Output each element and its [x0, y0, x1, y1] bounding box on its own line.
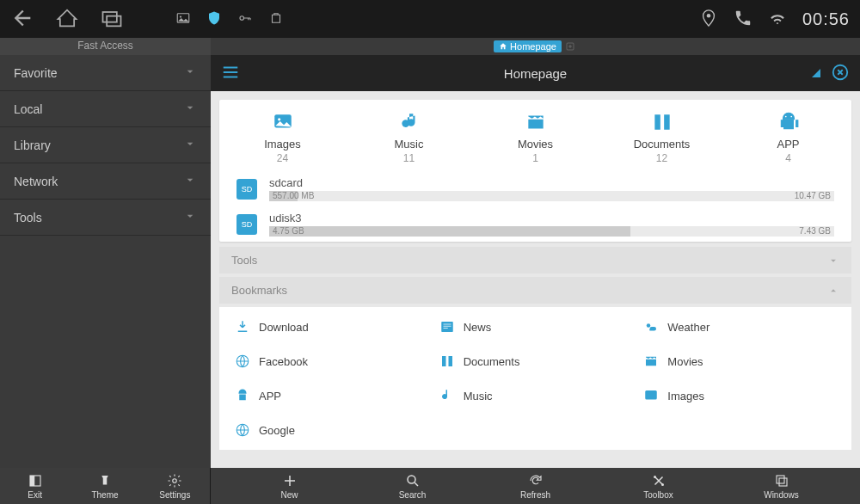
- svg-rect-0: [103, 12, 117, 22]
- svg-point-13: [647, 323, 651, 328]
- bookmark-download[interactable]: Download: [231, 316, 431, 338]
- close-icon[interactable]: [831, 63, 850, 84]
- category-movies[interactable]: Movies 1: [472, 110, 599, 164]
- wifi-icon: [768, 9, 787, 30]
- sidebar-header: Fast Access: [0, 38, 211, 55]
- bookmark-music[interactable]: Music: [436, 384, 636, 407]
- new-button[interactable]: New: [228, 468, 351, 504]
- storage-udisk3[interactable]: SD udisk3 4.75 GB 7.43 GB: [219, 206, 851, 242]
- bookmark-news[interactable]: News: [436, 316, 636, 338]
- globe-icon: [235, 422, 250, 438]
- back-icon[interactable]: [10, 6, 34, 33]
- news-icon: [439, 319, 455, 335]
- chevron-down-icon: [183, 137, 197, 153]
- recent-apps-icon[interactable]: [100, 6, 124, 33]
- phone-icon: [734, 9, 752, 30]
- settings-button[interactable]: Settings: [140, 468, 210, 504]
- svg-point-21: [654, 476, 656, 478]
- sidebar: Fast Access Favorite Local Library Netwo…: [0, 38, 211, 468]
- sidebar-item-network[interactable]: Network: [0, 163, 211, 200]
- documents-icon: [439, 353, 455, 369]
- weather-icon: [643, 319, 659, 335]
- images-icon: [643, 388, 659, 403]
- home-icon[interactable]: [55, 6, 79, 33]
- svg-rect-1: [107, 15, 120, 26]
- sidebar-item-tools[interactable]: Tools: [0, 200, 211, 236]
- theme-button[interactable]: Theme: [70, 468, 139, 504]
- svg-point-9: [278, 118, 280, 120]
- svg-point-20: [408, 476, 415, 483]
- new-tab-icon[interactable]: [565, 40, 577, 52]
- bag-icon: [268, 10, 284, 28]
- download-icon: [235, 319, 250, 335]
- chevron-up-icon: [827, 285, 839, 297]
- key-icon: [237, 10, 253, 28]
- page-title: Homepage: [504, 66, 567, 81]
- sidebar-item-library[interactable]: Library: [0, 127, 211, 163]
- storage-sdcard[interactable]: SD sdcard 557.00 MB 10.47 GB: [219, 171, 851, 206]
- globe-icon: [235, 353, 250, 369]
- svg-rect-12: [441, 322, 453, 332]
- status-bar: 00:56: [0, 0, 860, 38]
- bookmark-movies[interactable]: Movies: [640, 350, 839, 372]
- svg-rect-23: [777, 476, 784, 483]
- bookmark-facebook[interactable]: Facebook: [231, 350, 431, 372]
- svg-point-22: [661, 483, 664, 486]
- category-app[interactable]: APP 4: [725, 110, 851, 164]
- bookmark-images[interactable]: Images: [640, 384, 839, 407]
- clock-time: 00:56: [802, 9, 850, 29]
- sidebar-item-local[interactable]: Local: [0, 91, 211, 127]
- music-icon: [346, 110, 472, 134]
- svg-point-11: [790, 116, 792, 118]
- chevron-down-icon: [827, 255, 839, 267]
- android-icon: [725, 110, 851, 134]
- svg-point-3: [180, 15, 181, 17]
- picture-icon: [175, 10, 191, 28]
- content-header: Homepage: [211, 55, 860, 91]
- content-area: Homepage Homepage Images 24: [211, 38, 860, 468]
- documents-icon: [599, 110, 725, 134]
- chevron-down-icon: [183, 209, 197, 225]
- svg-rect-18: [30, 476, 34, 486]
- section-bookmarks[interactable]: Bookmarks: [219, 277, 851, 304]
- category-documents[interactable]: Documents 12: [599, 110, 725, 164]
- bottom-bar: Exit Theme Settings New Search Refresh T…: [0, 468, 860, 504]
- svg-point-19: [173, 478, 177, 482]
- sd-icon: SD: [236, 214, 257, 235]
- svg-rect-24: [779, 478, 787, 486]
- movies-icon: [472, 110, 599, 134]
- tab-strip: Homepage: [211, 38, 860, 55]
- svg-point-5: [707, 13, 711, 17]
- sidebar-item-favorite[interactable]: Favorite: [0, 55, 211, 91]
- vpn-shield-icon: [206, 10, 222, 28]
- svg-rect-15: [646, 390, 658, 400]
- chevron-down-icon: [183, 173, 197, 189]
- sd-icon: SD: [236, 179, 257, 200]
- movies-icon: [643, 353, 659, 369]
- music-icon: [439, 388, 455, 403]
- tab-homepage[interactable]: Homepage: [494, 40, 562, 52]
- chevron-down-icon: [183, 101, 197, 117]
- category-music[interactable]: Music 11: [346, 110, 472, 164]
- menu-icon[interactable]: [221, 63, 240, 84]
- category-images[interactable]: Images 24: [219, 110, 346, 164]
- android-icon: [235, 388, 250, 403]
- section-tools[interactable]: Tools: [219, 247, 851, 274]
- chevron-down-icon: [183, 65, 197, 81]
- images-icon: [219, 110, 346, 134]
- bookmark-app[interactable]: APP: [231, 384, 431, 407]
- location-icon: [699, 9, 718, 30]
- bookmark-weather[interactable]: Weather: [640, 316, 839, 338]
- refresh-button[interactable]: Refresh: [474, 468, 597, 504]
- exit-button[interactable]: Exit: [0, 468, 70, 504]
- bookmark-google[interactable]: Google: [231, 419, 431, 441]
- search-button[interactable]: Search: [351, 468, 474, 504]
- resize-handle-icon[interactable]: [812, 69, 820, 77]
- svg-point-10: [784, 116, 786, 118]
- categories-card: Images 24 Music 11 Movies 1: [219, 100, 851, 242]
- windows-button[interactable]: Windows: [720, 468, 843, 504]
- svg-point-4: [240, 15, 244, 20]
- bookmark-documents[interactable]: Documents: [436, 350, 636, 372]
- toolbox-button[interactable]: Toolbox: [597, 468, 720, 504]
- bookmarks-grid: Download News Weather Facebook Documents…: [219, 307, 851, 450]
